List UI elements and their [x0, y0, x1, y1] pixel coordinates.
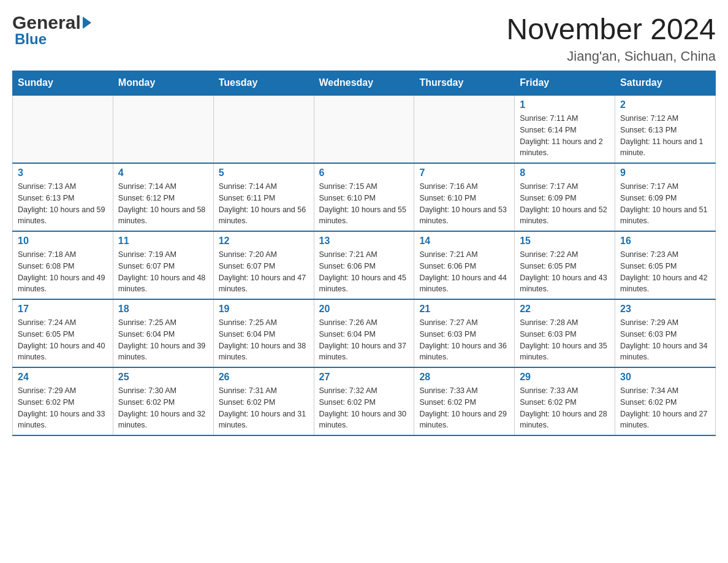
day-info: Sunrise: 7:30 AMSunset: 6:02 PMDaylight:…: [118, 385, 208, 431]
day-number: 24: [18, 372, 108, 383]
day-number: 21: [419, 304, 509, 315]
day-number: 14: [419, 236, 509, 247]
calendar-cell: 18Sunrise: 7:25 AMSunset: 6:04 PMDayligh…: [113, 299, 213, 367]
day-number: 23: [620, 304, 710, 315]
calendar-cell: [314, 95, 414, 163]
logo-general-text: General: [12, 12, 81, 33]
calendar-cell: 1Sunrise: 7:11 AMSunset: 6:14 PMDaylight…: [515, 95, 615, 163]
day-info: Sunrise: 7:32 AMSunset: 6:02 PMDaylight:…: [319, 385, 409, 431]
day-info: Sunrise: 7:25 AMSunset: 6:04 PMDaylight:…: [118, 317, 208, 363]
day-number: 18: [118, 304, 208, 315]
weekday-header-row: SundayMondayTuesdayWednesdayThursdayFrid…: [13, 71, 716, 96]
weekday-header-monday: Monday: [113, 71, 213, 96]
day-number: 10: [18, 236, 108, 247]
calendar-cell: [414, 95, 515, 163]
week-row-5: 24Sunrise: 7:29 AMSunset: 6:02 PMDayligh…: [13, 367, 716, 435]
calendar-cell: [13, 95, 113, 163]
calendar-cell: 28Sunrise: 7:33 AMSunset: 6:02 PMDayligh…: [414, 367, 515, 435]
logo: General Blue: [12, 12, 91, 48]
calendar-cell: 6Sunrise: 7:15 AMSunset: 6:10 PMDaylight…: [314, 163, 414, 231]
day-info: Sunrise: 7:29 AMSunset: 6:02 PMDaylight:…: [18, 385, 108, 431]
location-title: Jiang'an, Sichuan, China: [506, 48, 716, 64]
day-number: 30: [620, 372, 710, 383]
weekday-header-tuesday: Tuesday: [213, 71, 314, 96]
day-number: 22: [520, 304, 610, 315]
day-number: 25: [118, 372, 208, 383]
day-number: 19: [219, 304, 309, 315]
week-row-4: 17Sunrise: 7:24 AMSunset: 6:05 PMDayligh…: [13, 299, 716, 367]
calendar-cell: 27Sunrise: 7:32 AMSunset: 6:02 PMDayligh…: [314, 367, 414, 435]
day-number: 29: [520, 372, 610, 383]
day-info: Sunrise: 7:16 AMSunset: 6:10 PMDaylight:…: [419, 181, 509, 227]
calendar-cell: 17Sunrise: 7:24 AMSunset: 6:05 PMDayligh…: [13, 299, 113, 367]
calendar-cell: 11Sunrise: 7:19 AMSunset: 6:07 PMDayligh…: [113, 231, 213, 299]
day-number: 5: [219, 167, 309, 178]
day-info: Sunrise: 7:22 AMSunset: 6:05 PMDaylight:…: [520, 249, 610, 295]
calendar-cell: 3Sunrise: 7:13 AMSunset: 6:13 PMDaylight…: [13, 163, 113, 231]
day-number: 28: [419, 372, 509, 383]
day-info: Sunrise: 7:17 AMSunset: 6:09 PMDaylight:…: [620, 181, 710, 227]
title-block: November 2024 Jiang'an, Sichuan, China: [506, 12, 716, 64]
calendar-cell: 15Sunrise: 7:22 AMSunset: 6:05 PMDayligh…: [515, 231, 615, 299]
day-info: Sunrise: 7:13 AMSunset: 6:13 PMDaylight:…: [18, 181, 108, 227]
day-info: Sunrise: 7:17 AMSunset: 6:09 PMDaylight:…: [520, 181, 610, 227]
day-number: 12: [219, 236, 309, 247]
day-info: Sunrise: 7:29 AMSunset: 6:03 PMDaylight:…: [620, 317, 710, 363]
month-title: November 2024: [506, 12, 716, 46]
day-number: 13: [319, 236, 409, 247]
day-info: Sunrise: 7:14 AMSunset: 6:11 PMDaylight:…: [219, 181, 309, 227]
day-info: Sunrise: 7:24 AMSunset: 6:05 PMDaylight:…: [18, 317, 108, 363]
day-number: 7: [419, 167, 509, 178]
day-number: 9: [620, 167, 710, 178]
day-info: Sunrise: 7:33 AMSunset: 6:02 PMDaylight:…: [419, 385, 509, 431]
calendar-cell: 8Sunrise: 7:17 AMSunset: 6:09 PMDaylight…: [515, 163, 615, 231]
calendar-cell: 5Sunrise: 7:14 AMSunset: 6:11 PMDaylight…: [213, 163, 314, 231]
calendar-cell: 16Sunrise: 7:23 AMSunset: 6:05 PMDayligh…: [615, 231, 716, 299]
day-info: Sunrise: 7:12 AMSunset: 6:13 PMDaylight:…: [620, 113, 710, 159]
week-row-3: 10Sunrise: 7:18 AMSunset: 6:08 PMDayligh…: [13, 231, 716, 299]
calendar-cell: 29Sunrise: 7:33 AMSunset: 6:02 PMDayligh…: [515, 367, 615, 435]
day-info: Sunrise: 7:28 AMSunset: 6:03 PMDaylight:…: [520, 317, 610, 363]
day-info: Sunrise: 7:34 AMSunset: 6:02 PMDaylight:…: [620, 385, 710, 431]
day-info: Sunrise: 7:19 AMSunset: 6:07 PMDaylight:…: [118, 249, 208, 295]
calendar-cell: 20Sunrise: 7:26 AMSunset: 6:04 PMDayligh…: [314, 299, 414, 367]
calendar-cell: 21Sunrise: 7:27 AMSunset: 6:03 PMDayligh…: [414, 299, 515, 367]
day-number: 2: [620, 99, 710, 110]
weekday-header-wednesday: Wednesday: [314, 71, 414, 96]
calendar-cell: [113, 95, 213, 163]
calendar-cell: 25Sunrise: 7:30 AMSunset: 6:02 PMDayligh…: [113, 367, 213, 435]
day-info: Sunrise: 7:21 AMSunset: 6:06 PMDaylight:…: [319, 249, 409, 295]
week-row-1: 1Sunrise: 7:11 AMSunset: 6:14 PMDaylight…: [13, 95, 716, 163]
day-number: 1: [520, 99, 610, 110]
calendar-cell: 23Sunrise: 7:29 AMSunset: 6:03 PMDayligh…: [615, 299, 716, 367]
calendar-cell: 26Sunrise: 7:31 AMSunset: 6:02 PMDayligh…: [213, 367, 314, 435]
day-number: 8: [520, 167, 610, 178]
day-info: Sunrise: 7:26 AMSunset: 6:04 PMDaylight:…: [319, 317, 409, 363]
weekday-header-friday: Friday: [515, 71, 615, 96]
day-number: 4: [118, 167, 208, 178]
day-number: 6: [319, 167, 409, 178]
calendar-cell: [213, 95, 314, 163]
calendar-cell: 13Sunrise: 7:21 AMSunset: 6:06 PMDayligh…: [314, 231, 414, 299]
calendar-cell: 7Sunrise: 7:16 AMSunset: 6:10 PMDaylight…: [414, 163, 515, 231]
weekday-header-sunday: Sunday: [13, 71, 113, 96]
day-info: Sunrise: 7:21 AMSunset: 6:06 PMDaylight:…: [419, 249, 509, 295]
day-info: Sunrise: 7:23 AMSunset: 6:05 PMDaylight:…: [620, 249, 710, 295]
logo-blue-text: Blue: [15, 31, 91, 48]
day-number: 3: [18, 167, 108, 178]
day-info: Sunrise: 7:11 AMSunset: 6:14 PMDaylight:…: [520, 113, 610, 159]
day-number: 20: [319, 304, 409, 315]
day-info: Sunrise: 7:33 AMSunset: 6:02 PMDaylight:…: [520, 385, 610, 431]
calendar-cell: 12Sunrise: 7:20 AMSunset: 6:07 PMDayligh…: [213, 231, 314, 299]
day-number: 16: [620, 236, 710, 247]
calendar-cell: 14Sunrise: 7:21 AMSunset: 6:06 PMDayligh…: [414, 231, 515, 299]
week-row-2: 3Sunrise: 7:13 AMSunset: 6:13 PMDaylight…: [13, 163, 716, 231]
calendar-cell: 22Sunrise: 7:28 AMSunset: 6:03 PMDayligh…: [515, 299, 615, 367]
day-number: 15: [520, 236, 610, 247]
day-info: Sunrise: 7:14 AMSunset: 6:12 PMDaylight:…: [118, 181, 208, 227]
calendar-cell: 19Sunrise: 7:25 AMSunset: 6:04 PMDayligh…: [213, 299, 314, 367]
calendar-cell: 30Sunrise: 7:34 AMSunset: 6:02 PMDayligh…: [615, 367, 716, 435]
calendar-cell: 4Sunrise: 7:14 AMSunset: 6:12 PMDaylight…: [113, 163, 213, 231]
day-info: Sunrise: 7:18 AMSunset: 6:08 PMDaylight:…: [18, 249, 108, 295]
logo-triangle-icon: [83, 17, 91, 29]
